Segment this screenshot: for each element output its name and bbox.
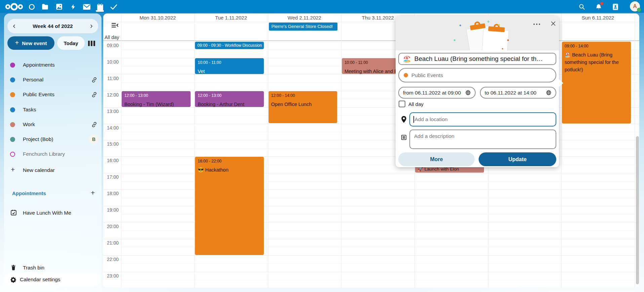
- hour-line: [103, 222, 639, 223]
- event-time: 16:00 - 22:00: [195, 157, 264, 163]
- event-title: Booking - Tim (Wizard): [122, 98, 191, 107]
- hour-label: 13:00: [103, 109, 119, 114]
- view-columns-icon[interactable]: [88, 41, 97, 46]
- event-editor-popup: 🏖️ Beach Luau (Bring something special f…: [396, 16, 559, 167]
- sidebar-calendar-item[interactable]: Appointments: [7, 61, 99, 70]
- trash-bin-item[interactable]: Trash bin: [7, 263, 99, 272]
- plus-icon: +: [15, 39, 19, 47]
- allday-event[interactable]: Pierre's General Store Closed!: [269, 23, 337, 31]
- calendar-label: Fenchurch Library: [23, 151, 65, 157]
- day-header[interactable]: Sun 6.11.2022: [561, 15, 635, 21]
- more-actions-icon[interactable]: [532, 21, 542, 27]
- dashboard-icon[interactable]: [28, 3, 36, 11]
- day-header[interactable]: Wed 2.11.2022: [268, 15, 341, 21]
- calendar-label: Personal: [23, 77, 43, 83]
- appointment-config-item[interactable]: Have Lunch With Me: [7, 209, 99, 217]
- calendar-color-dot: [404, 73, 408, 77]
- new-calendar-button[interactable]: + New calendar: [7, 166, 99, 175]
- confetti-dot: [498, 24, 500, 26]
- plus-icon: +: [11, 166, 15, 173]
- allday-checkbox[interactable]: All day: [399, 101, 424, 107]
- active-app-indicator: [96, 10, 104, 12]
- column-divider: [635, 13, 635, 288]
- new-event-button[interactable]: + New event: [7, 36, 54, 50]
- confetti-dot: [507, 39, 509, 41]
- activity-icon[interactable]: [69, 3, 77, 11]
- hour-label: 16:00: [103, 158, 119, 163]
- calendar-select[interactable]: Public Events: [398, 68, 556, 82]
- week-navigation: Week 44 of 2022: [7, 19, 98, 33]
- hour-label: 14:00: [103, 125, 119, 131]
- calendar-event[interactable]: 09:00 - 14:00🏖️ Beach Luau (Bring someth…: [562, 42, 631, 123]
- event-title-input[interactable]: 🏖️ Beach Luau (Bring something special f…: [398, 53, 556, 65]
- nextcloud-logo-icon[interactable]: [3, 3, 25, 11]
- sidebar-calendar-item[interactable]: Fenchurch Library: [7, 150, 99, 159]
- share-link-icon: [91, 77, 97, 83]
- day-header[interactable]: Mon 31.10.2022: [121, 15, 194, 21]
- day-header[interactable]: Tue 1.11.2022: [194, 15, 268, 21]
- share-link-icon: [91, 122, 97, 127]
- event-time: 12:00 - 14:00: [269, 91, 337, 98]
- half-hour-line: [121, 263, 639, 264]
- description-input[interactable]: Add a description: [409, 130, 556, 149]
- calendar-label: Appointments: [23, 62, 55, 68]
- location-input[interactable]: Add a location: [409, 112, 556, 126]
- calendar-event[interactable]: 16:00 - 22:00😎 Hackathon: [195, 157, 264, 255]
- calendar-color-dot: [10, 92, 15, 97]
- half-hour-line: [121, 115, 639, 116]
- popup-arrow: [559, 79, 563, 87]
- column-divider: [121, 13, 121, 288]
- sidebar-calendar-item[interactable]: Tasks: [7, 106, 99, 114]
- search-icon[interactable]: [578, 3, 586, 11]
- calendar-event[interactable]: 10:00 - 11:00Vet: [195, 58, 264, 74]
- add-appointment-config-button[interactable]: +: [91, 189, 95, 196]
- calendar-event[interactable]: 12:00 - 13:00Booking - Tim (Wizard): [122, 91, 191, 107]
- event-time: 12:00 - 13:00: [122, 91, 191, 98]
- tasks-icon[interactable]: [110, 3, 118, 11]
- sidebar-calendar-item[interactable]: Work: [7, 120, 99, 129]
- contacts-icon[interactable]: [611, 3, 619, 11]
- week-label: Week 44 of 2022: [7, 19, 98, 33]
- calendar-app-icon[interactable]: [96, 3, 104, 11]
- confetti-dot: [502, 48, 503, 49]
- trash-icon: [10, 264, 16, 271]
- checkbox[interactable]: [399, 101, 405, 107]
- sidebar-calendar-item[interactable]: Personal: [7, 76, 99, 84]
- calendar-settings-button[interactable]: Calendar settings: [4, 273, 101, 286]
- calendar-color-dot: [10, 77, 15, 82]
- app-window: A Week 44 of 2022 + New event Today Appo…: [0, 0, 644, 292]
- hour-label: 10:00: [103, 59, 119, 65]
- calendar-check-icon: [10, 209, 17, 216]
- end-datetime-field[interactable]: to 06.11.2022 at 14:00: [480, 87, 556, 99]
- hour-label: 17:00: [103, 174, 119, 180]
- collapse-allday-icon[interactable]: [111, 22, 119, 30]
- calendar-event[interactable]: 12:00 - 14:00Open Office Lunch: [269, 91, 337, 123]
- calendar-event[interactable]: 09:00 - 09:30 - Workflow Discussion: [195, 42, 264, 49]
- hour-line: [103, 239, 639, 239]
- column-divider: [561, 13, 562, 288]
- hour-line: [103, 189, 639, 190]
- today-button[interactable]: Today: [57, 36, 85, 50]
- vertical-scrollbar[interactable]: [636, 136, 639, 284]
- calendar-event[interactable]: 12:00 - 13:00Booking - Arthur Dent: [195, 91, 264, 107]
- hour-label: 20:00: [103, 224, 119, 229]
- photos-icon[interactable]: [55, 3, 63, 11]
- calendar-label: Project (Bob): [23, 136, 53, 142]
- event-title: Open Office Lunch: [269, 98, 337, 108]
- files-icon[interactable]: [41, 3, 49, 11]
- start-datetime-field[interactable]: from 06.11.2022 at 09:00: [398, 87, 476, 99]
- hour-line: [103, 272, 639, 272]
- half-hour-line: [121, 280, 639, 280]
- more-button[interactable]: More: [398, 152, 475, 166]
- event-title: Vet: [195, 65, 264, 74]
- globe-icon: [546, 90, 552, 96]
- next-week-button[interactable]: [87, 22, 95, 30]
- event-illustration: [396, 16, 559, 50]
- sidebar-calendar-item[interactable]: Public Events: [7, 90, 99, 99]
- sidebar-calendar-item[interactable]: Project (Bob)B: [7, 135, 99, 144]
- event-time: 10:00 - 11:00: [195, 58, 264, 65]
- close-icon[interactable]: [549, 19, 558, 28]
- mail-icon[interactable]: [83, 3, 91, 11]
- hour-label: 23:00: [103, 273, 119, 279]
- update-button[interactable]: Update: [479, 152, 556, 166]
